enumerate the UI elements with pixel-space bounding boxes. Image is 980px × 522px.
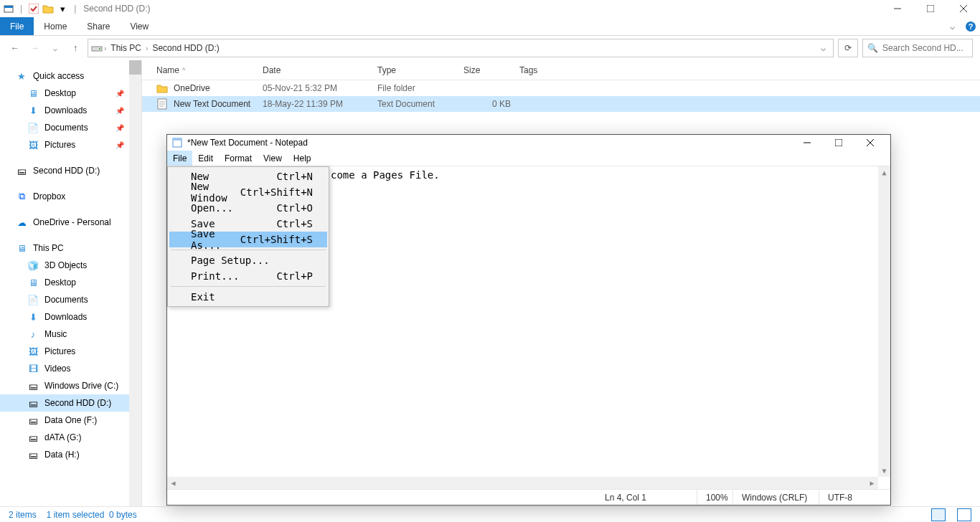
sidebar-data-g[interactable]: 🖴dATA (G:) [0, 429, 141, 446]
download-icon: ⬇ [27, 311, 39, 323]
notepad-statusbar: Ln 4, Col 1 100% Windows (CRLF) UTF-8 [167, 489, 890, 505]
sidebar-quick-access[interactable]: ★Quick access [0, 67, 141, 85]
drive-icon: 🖴 [27, 432, 39, 443]
sidebar-this-pc[interactable]: 🖥This PC [0, 239, 141, 257]
sidebar-pictures[interactable]: 🖼Pictures📌 [0, 136, 141, 153]
help-icon[interactable]: ? [961, 17, 980, 35]
menu-print[interactable]: Print...Ctrl+P [169, 268, 327, 284]
notepad-icon [171, 137, 183, 148]
navbar: ← → ⌵ ↑ › This PC › Second HDD (D:) ⌵ ⟳ … [0, 36, 980, 60]
chevron-right-icon[interactable]: › [146, 44, 148, 52]
menu-edit[interactable]: Edit [192, 151, 219, 166]
forward-button[interactable]: → [27, 40, 43, 56]
sidebar-music[interactable]: ♪Music [0, 326, 141, 343]
pin-icon: 📌 [116, 141, 124, 149]
menu-view[interactable]: View [258, 151, 288, 166]
sidebar-scrollbar[interactable] [129, 60, 141, 506]
minimize-button[interactable] [881, 0, 914, 17]
menu-format[interactable]: Format [219, 151, 258, 166]
search-box[interactable]: 🔍 [862, 39, 973, 57]
drive-icon: 🖴 [27, 414, 39, 426]
crumb-this-pc[interactable]: This PC [108, 43, 144, 53]
up-button[interactable]: ↑ [67, 40, 83, 56]
col-date[interactable]: Date [263, 65, 377, 75]
svg-rect-4 [927, 5, 934, 12]
breadcrumb-dropdown-icon[interactable]: ⌵ [816, 43, 830, 53]
check-icon[interactable] [28, 3, 39, 14]
menu-open[interactable]: Open...Ctrl+O [169, 200, 327, 216]
sidebar-documents[interactable]: 📄Documents📌 [0, 119, 141, 136]
dropdown-chev-icon[interactable]: ▾ [57, 3, 68, 14]
col-tags[interactable]: Tags [519, 65, 577, 75]
refresh-button[interactable]: ⟳ [838, 39, 858, 57]
large-icons-view-button[interactable] [957, 508, 971, 521]
col-size[interactable]: Size [463, 65, 519, 75]
pictures-icon: 🖼 [27, 346, 39, 357]
close-button[interactable] [947, 0, 980, 17]
notepad-titlebar[interactable]: *New Text Document - Notepad [167, 135, 890, 151]
sidebar-downloads[interactable]: ⬇Downloads📌 [0, 102, 141, 119]
sidebar-data-h[interactable]: 🖴Data (H:) [0, 446, 141, 463]
menu-save-as[interactable]: Save As...Ctrl+Shift+S [169, 232, 327, 247]
search-icon: 🔍 [867, 43, 878, 53]
tab-share[interactable]: Share [77, 17, 120, 35]
desktop-icon: 🖥 [27, 87, 39, 99]
sidebar-desktop[interactable]: 🖥Desktop📌 [0, 85, 141, 102]
file-row-text-document[interactable]: New Text Document 18-May-22 11:39 PM Tex… [142, 96, 980, 112]
tab-view[interactable]: View [120, 17, 159, 35]
sidebar-data-one[interactable]: 🖴Data One (F:) [0, 412, 141, 429]
status-position: Ln 4, Col 1 [596, 490, 697, 505]
explorer-icon [3, 3, 14, 14]
status-selected: 1 item selected 0 bytes [47, 510, 137, 520]
text-file-icon [156, 98, 168, 110]
status-items: 2 items [9, 510, 37, 520]
column-headers: Name ^ Date Type Size Tags [142, 60, 980, 80]
svg-text:?: ? [969, 22, 974, 31]
sidebar-videos[interactable]: 🎞Videos [0, 360, 141, 377]
videos-icon: 🎞 [27, 363, 39, 374]
back-button[interactable]: ← [7, 40, 23, 56]
tab-home[interactable]: Home [34, 17, 77, 35]
sidebar-3d-objects[interactable]: 🧊3D Objects [0, 257, 141, 274]
folder-icon[interactable] [42, 3, 54, 14]
sidebar-documents2[interactable]: 📄Documents [0, 291, 141, 308]
svg-rect-18 [835, 139, 842, 146]
search-input[interactable] [882, 43, 968, 53]
file-row-folder[interactable]: OneDrive 05-Nov-21 5:32 PM File folder [142, 80, 980, 96]
tab-file[interactable]: File [0, 17, 34, 35]
notepad-text-area[interactable]: come a Pages File. ▲▼ ◀▶ NewCtrl+N New W… [167, 166, 890, 489]
breadcrumb[interactable]: › This PC › Second HDD (D:) ⌵ [88, 39, 834, 57]
sidebar-downloads2[interactable]: ⬇Downloads [0, 308, 141, 326]
recent-locations-button[interactable]: ⌵ [47, 40, 63, 56]
svg-rect-16 [173, 138, 182, 141]
notepad-vertical-scrollbar[interactable]: ▲▼ [878, 166, 890, 477]
menu-exit[interactable]: Exit [169, 289, 327, 305]
sidebar-pictures2[interactable]: 🖼Pictures [0, 343, 141, 360]
sidebar-second-hdd[interactable]: 🖴Second HDD (D:) [0, 162, 141, 179]
crumb-path[interactable]: Second HDD (D:) [149, 43, 222, 53]
col-name[interactable]: Name ^ [156, 65, 263, 75]
sidebar-onedrive[interactable]: ☁OneDrive - Personal [0, 214, 141, 231]
notepad-maximize-button[interactable] [823, 135, 854, 151]
menu-new-window[interactable]: New WindowCtrl+Shift+N [169, 184, 327, 200]
sidebar-dropbox[interactable]: ⧉Dropbox [0, 188, 141, 205]
details-view-button[interactable] [931, 508, 946, 521]
notepad-horizontal-scrollbar[interactable]: ◀▶ [167, 477, 878, 489]
notepad-minimize-button[interactable] [791, 135, 823, 151]
menu-page-setup[interactable]: Page Setup... [169, 252, 327, 268]
chevron-right-icon[interactable]: › [104, 44, 106, 52]
menu-file[interactable]: File [167, 151, 192, 166]
notepad-window: *New Text Document - Notepad File Edit F… [166, 134, 891, 506]
dropbox-icon: ⧉ [16, 191, 27, 202]
ribbon-chevron-icon[interactable]: ⌵ [943, 17, 961, 35]
notepad-close-button[interactable] [854, 135, 886, 151]
sidebar-desktop2[interactable]: 🖥Desktop [0, 274, 141, 291]
drive-icon: 🖴 [27, 397, 39, 409]
sidebar-second-hdd2[interactable]: 🖴Second HDD (D:) [0, 394, 141, 412]
menu-help[interactable]: Help [288, 151, 317, 166]
maximize-button[interactable] [914, 0, 947, 17]
sidebar-win-drive[interactable]: 🖴Windows Drive (C:) [0, 377, 141, 394]
col-type[interactable]: Type [377, 65, 463, 75]
ribbon: File Home Share View ⌵ ? [0, 17, 980, 36]
sort-asc-icon: ^ [182, 67, 185, 74]
